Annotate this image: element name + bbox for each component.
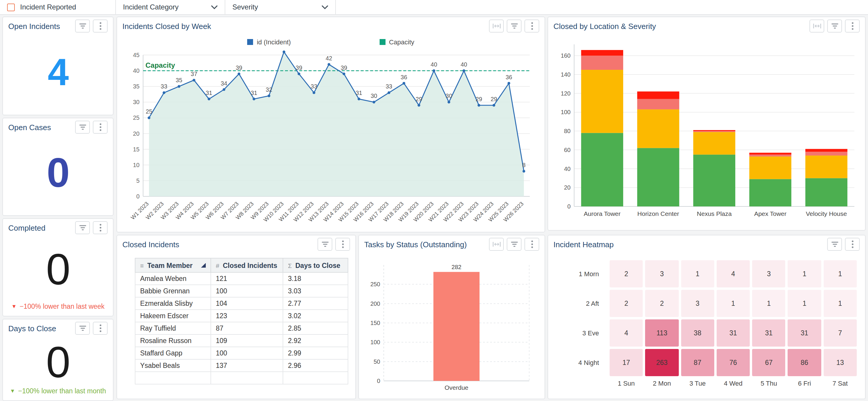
filter-icon[interactable] [317,238,332,251]
triangle-down-icon: ▼ [11,304,17,309]
fit-width-icon[interactable] [809,20,824,33]
table-row[interactable]: Ray Tuffield872.85 [135,322,348,335]
svg-text:0: 0 [567,203,570,210]
heatmap-cell[interactable]: 3 [681,290,714,317]
fit-width-icon[interactable] [489,238,504,251]
heatmap-col-label: 4 Wed [717,378,750,388]
kebab-menu-icon[interactable] [845,238,860,251]
heatmap-cell[interactable]: 13 [824,349,857,376]
kebab-menu-icon[interactable] [524,238,539,251]
filter-icon[interactable] [75,221,90,234]
filter-incident-reported[interactable]: Incident Reported [0,0,116,14]
stacked-bar-segment[interactable] [581,50,623,56]
heatmap-cell[interactable]: 2 [610,290,643,317]
filter-icon[interactable] [75,322,90,335]
heatmap-cell[interactable]: 31 [788,319,821,347]
fit-width-icon[interactable] [489,20,504,33]
kebab-menu-icon[interactable] [93,221,107,234]
heatmap-cell[interactable]: 4 [610,319,643,347]
heatmap-cell[interactable]: 3 [645,260,679,287]
heatmap-cell[interactable]: 1 [681,260,714,287]
kebab-menu-icon[interactable] [845,20,860,33]
heatmap-cell[interactable]: 17 [610,349,643,376]
heatmap-cell[interactable]: 1 [788,260,821,287]
table-row[interactable]: Ysabel Beals1372.96 [135,359,348,372]
heatmap-cell[interactable]: 1 [824,260,857,287]
stacked-bar-segment[interactable] [749,153,792,154]
kebab-menu-icon[interactable] [335,238,350,251]
stacked-bar-segment[interactable] [749,155,792,156]
stacked-bar-segment[interactable] [581,133,623,207]
kebab-menu-icon[interactable] [524,20,539,33]
svg-text:50: 50 [374,359,380,365]
heatmap-cell[interactable]: 7 [824,319,857,347]
heatmap-cell[interactable]: 86 [788,349,821,376]
heatmap-cell[interactable]: 67 [752,349,785,376]
kebab-menu-icon[interactable] [93,121,107,134]
heatmap-cell[interactable]: 76 [717,349,750,376]
stacked-bar-segment[interactable] [637,91,679,99]
filter-icon[interactable] [507,238,522,251]
heatmap-cell[interactable]: 1 [824,290,857,317]
stacked-bar-segment[interactable] [637,99,679,110]
heatmap-cell[interactable]: 113 [645,319,679,347]
stacked-bar-segment[interactable] [693,155,735,207]
stacked-bar-segment[interactable] [749,156,792,179]
stacked-bar-segment[interactable] [581,70,623,133]
stacked-bar-segment[interactable] [805,149,847,152]
filter-icon[interactable] [827,20,842,33]
table-column-header[interactable]: ΣDays to Close [283,258,348,272]
table-cell: Ezmeralda Slisby [135,297,211,310]
heatmap-cell[interactable]: 3 [752,260,785,287]
heatmap-cell[interactable]: 2 [645,290,679,317]
filter-incident-reported-label: Incident Reported [20,3,76,11]
stacked-bar-segment[interactable] [581,56,623,70]
table-column-header[interactable]: ≡Team Member [135,258,211,272]
kebab-menu-icon[interactable] [93,20,107,33]
stacked-bar-segment[interactable] [693,130,735,131]
table-cell: 109 [211,335,283,347]
heatmap-cell[interactable]: 2 [610,260,643,287]
chart-card-incidents-closed-by-week: Incidents Closed by Week id (Incident) C… [117,17,545,233]
stacked-bar-segment[interactable] [637,110,679,148]
heatmap-col-label: 3 Tue [681,378,714,388]
table-row[interactable]: Amalea Weben1213.18 [135,272,348,285]
filter-icon[interactable] [507,20,522,33]
table-row[interactable]: Staffard Gapp1002.99 [135,347,348,359]
filter-icon[interactable] [75,20,90,33]
filter-icon[interactable] [827,238,842,251]
svg-text:40: 40 [431,61,437,68]
filter-incident-category-dropdown[interactable]: Incident Category [116,0,225,14]
filter-icon[interactable] [75,121,90,134]
heatmap-cell[interactable]: 38 [681,319,714,347]
stacked-bar-segment[interactable] [749,179,792,207]
stacked-bar-segment[interactable] [693,131,735,132]
stacked-bar-segment[interactable] [693,132,735,154]
heatmap-cell[interactable]: 1 [752,290,785,317]
stacked-bar-segment[interactable] [805,156,847,178]
heatmap-cell[interactable]: 31 [717,319,750,347]
heatmap-cell[interactable]: 1 [788,290,821,317]
table-row[interactable]: Hakeem Edscer1233.02 [135,310,348,322]
checkbox-icon[interactable] [7,3,15,11]
kebab-menu-icon[interactable] [93,322,107,335]
table-row[interactable]: Ezmeralda Slisby1042.77 [135,297,348,310]
table-cell: 100 [211,347,283,359]
svg-text:20: 20 [564,184,570,191]
table-row[interactable]: Babbie Grennan1003.03 [135,285,348,297]
heatmap-cell[interactable]: 87 [681,349,714,376]
table-column-header[interactable]: #Closed Incidents [211,258,283,272]
heatmap-cell[interactable]: 263 [645,349,679,376]
heatmap-cell[interactable]: 1 [717,290,750,317]
table-cell: 2.96 [283,359,348,372]
stacked-bar-segment[interactable] [805,178,847,207]
table-cell: 3.03 [283,285,348,297]
heatmap-col-label: 7 Sat [824,378,857,388]
heatmap-cell[interactable]: 4 [717,260,750,287]
filter-severity-dropdown[interactable]: Severity [225,0,336,14]
table-row[interactable]: Rosaline Russon1092.92 [135,335,348,347]
bar-overdue[interactable] [433,272,479,381]
stacked-bar-segment[interactable] [805,152,847,156]
stacked-bar-segment[interactable] [637,148,679,207]
heatmap-cell[interactable]: 31 [752,319,785,347]
